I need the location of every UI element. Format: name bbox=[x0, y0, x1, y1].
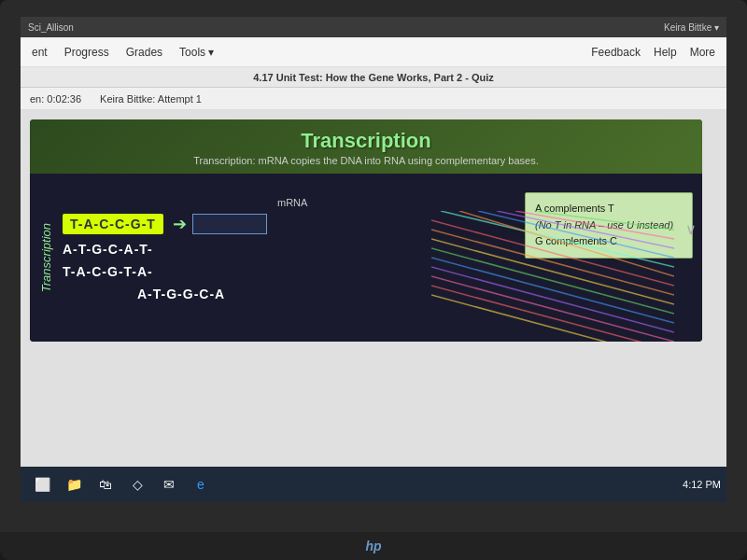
user-name[interactable]: Keira Bittke ▾ bbox=[664, 22, 719, 33]
dna-row-1: T-A-C-C-G-T ➔ bbox=[63, 214, 512, 234]
transcription-card: Transcription Transcription: mRNA copies… bbox=[30, 119, 702, 342]
seq-4: A-T-G-G-C-A bbox=[137, 287, 225, 301]
taskbar-file-manager[interactable]: 📁 bbox=[61, 471, 87, 497]
info-box: A complements T (No T in RNA – use U ins… bbox=[525, 192, 693, 259]
dna-row-4: A-T-G-G-C-A bbox=[63, 287, 512, 301]
taskbar: ⬜ 📁 🛍 ◇ ✉ e 4:12 PM bbox=[21, 467, 726, 502]
dna-row-2: A-T-G-C-A-T- bbox=[63, 242, 512, 257]
more-link[interactable]: More bbox=[690, 46, 715, 59]
laptop-frame: Sci_Allison Keira Bittke ▾ ent Progress … bbox=[0, 0, 747, 532]
laptop-bottom: hp bbox=[0, 532, 747, 560]
taskbar-mail[interactable]: ✉ bbox=[156, 471, 182, 497]
quiz-title-bar: 4.17 Unit Test: How the Gene Works, Part… bbox=[21, 67, 726, 88]
dna-row-3: T-A-C-G-T-A- bbox=[63, 264, 512, 279]
screen: Sci_Allison Keira Bittke ▾ ent Progress … bbox=[21, 17, 726, 502]
nav-item-progress[interactable]: Progress bbox=[64, 46, 109, 59]
info-line-3: G complements C bbox=[535, 233, 683, 250]
taskbar-ie[interactable]: e bbox=[188, 471, 214, 497]
site-name: Sci_Allison bbox=[28, 22, 74, 33]
side-label: Transcription bbox=[39, 223, 53, 292]
help-link[interactable]: Help bbox=[654, 46, 677, 59]
attempt-bar: en: 0:02:36 Keira Bittke: Attempt 1 bbox=[21, 88, 726, 110]
taskbar-show-desktop[interactable]: ⬜ bbox=[29, 471, 55, 497]
nav-item-tools[interactable]: Tools ▾ bbox=[179, 46, 214, 59]
attempt-label: Keira Bittke: Attempt 1 bbox=[100, 93, 202, 105]
hp-logo: hp bbox=[365, 539, 381, 553]
seq-highlighted: T-A-C-C-G-T bbox=[63, 214, 163, 234]
card-title: Transcription bbox=[43, 129, 689, 153]
nav-right: Feedback Help More bbox=[591, 46, 715, 59]
mrna-label: mRNA bbox=[277, 197, 307, 208]
seq-3: T-A-C-G-T-A- bbox=[63, 264, 153, 279]
seq-2: A-T-G-C-A-T- bbox=[63, 242, 153, 257]
taskbar-dropbox[interactable]: ◇ bbox=[124, 471, 150, 497]
info-line-2: (No T in RNA – use U instead) bbox=[535, 217, 683, 234]
dna-container: mRNA T-A-C-C-G-T ➔ A-T-G-C-A-T- bbox=[63, 197, 512, 318]
quiz-title: 4.17 Unit Test: How the Gene Works, Part… bbox=[253, 72, 494, 83]
taskbar-store[interactable]: 🛍 bbox=[92, 471, 119, 497]
nav-item-grades[interactable]: Grades bbox=[126, 46, 162, 59]
content-area: Transcription Transcription: mRNA copies… bbox=[21, 110, 726, 467]
card-header: Transcription Transcription: mRNA copies… bbox=[30, 119, 702, 174]
app-topbar: Sci_Allison Keira Bittke ▾ bbox=[21, 17, 726, 37]
timer: en: 0:02:36 bbox=[30, 93, 81, 105]
info-line-1: A complements T bbox=[535, 201, 683, 217]
nav-item-ent[interactable]: ent bbox=[32, 46, 48, 59]
taskbar-clock: 4:12 PM bbox=[683, 479, 721, 490]
nav-bar: ent Progress Grades Tools ▾ Feedback Hel… bbox=[21, 37, 726, 67]
mrna-input-box[interactable] bbox=[192, 214, 267, 234]
scroll-down-icon[interactable]: ∨ bbox=[685, 220, 697, 238]
arrow-icon: ➔ bbox=[173, 214, 187, 234]
card-subtitle: Transcription: mRNA copies the DNA into … bbox=[43, 155, 689, 166]
card-body: Transcription mRNA T-A-C-C-G-T ➔ bbox=[30, 174, 702, 342]
feedback-link[interactable]: Feedback bbox=[591, 46, 641, 59]
